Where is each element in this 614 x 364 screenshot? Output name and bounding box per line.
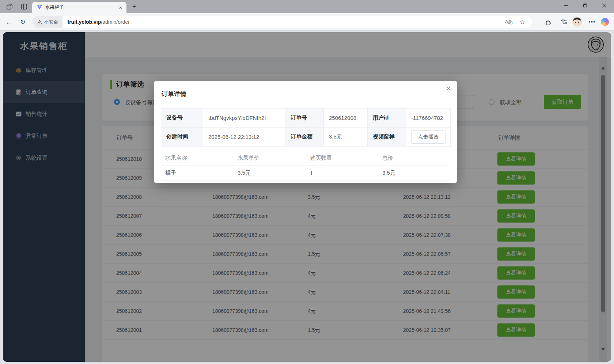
fruit-qty-cell: 1 [306, 170, 378, 176]
modal-title: 订单详情 [162, 90, 186, 98]
amount-label: 订单金额 [285, 128, 324, 147]
favorites-list-icon[interactable] [561, 17, 568, 27]
tab-title: 水果柜子 [45, 4, 119, 11]
orderno-value: 250612008 [324, 109, 368, 128]
translate-icon[interactable]: aあ [505, 19, 513, 25]
security-chip[interactable]: 不安全 [32, 16, 62, 28]
userid-label: 用户id [368, 109, 406, 128]
favorite-star-icon[interactable]: ☆ [520, 18, 525, 26]
url-text: fruit.yelob.vip/admin/order [68, 19, 505, 25]
col-fruit-qty: 购买数量 [306, 155, 378, 162]
fruit-total-cell: 3.5元 [378, 170, 450, 177]
url-path: /admin/order [101, 19, 130, 25]
col-fruit-total: 总价 [378, 155, 450, 162]
workspaces-icon[interactable] [6, 3, 13, 10]
fruit-name-cell: 橘子 [161, 170, 233, 177]
new-tab-button[interactable]: + [129, 2, 139, 12]
page-viewport: 水果销售柜 库存管理 订单查询 销售统计 [0, 31, 614, 364]
modal-close-icon[interactable]: × [446, 84, 451, 93]
tab-close-icon[interactable]: × [119, 5, 122, 11]
created-value: 2025-06-12 22:13:12 [203, 128, 285, 147]
userid-value: -1176694782 [406, 109, 451, 128]
col-fruit-price: 水果单价 [233, 155, 306, 162]
profile-avatar[interactable] [572, 17, 582, 27]
video-label: 视频留样 [368, 128, 406, 147]
play-video-button[interactable]: 点击播放 [411, 130, 446, 144]
browser-window: 水果柜子 × + ← ↻ 不安全 fruit.yelob.vip/admin/o… [0, 0, 614, 364]
warning-icon [37, 20, 42, 24]
orderno-label: 订单号 [285, 109, 324, 128]
back-icon[interactable]: ← [4, 18, 13, 26]
created-label: 创建时间 [161, 128, 203, 147]
fruit-row: 橘子 3.5元 1 3.5元 [161, 166, 450, 181]
device-value: tbdTNgvkpsYlbDFNIh2f [203, 109, 285, 128]
col-fruit-name: 水果名称 [161, 155, 233, 162]
site-favicon-vite-icon [37, 4, 42, 11]
window-minimize-button[interactable] [560, 0, 572, 11]
fruit-table-header: 水果名称 水果单价 购买数量 总价 [161, 151, 450, 166]
browser-tab-strip: 水果柜子 × + [0, 0, 614, 13]
tab-actions-icon[interactable] [20, 3, 28, 10]
video-cell: 点击播放 [406, 128, 451, 147]
fruit-price-cell: 3.5元 [233, 170, 306, 177]
copilot-icon[interactable] [601, 17, 609, 27]
order-detail-modal: 订单详情 × 设备号 tbdTNgvkpsYlbDFNIh2f 订单号 2506… [154, 81, 457, 183]
device-label: 设备号 [161, 109, 203, 128]
amount-value: 3.5元 [324, 128, 368, 147]
order-info-table: 设备号 tbdTNgvkpsYlbDFNIh2f 订单号 250612008 用… [161, 108, 451, 147]
browser-tab-active[interactable]: 水果柜子 × [32, 2, 126, 13]
more-menu-icon[interactable]: ⋯ [588, 17, 595, 27]
toolbar-divider [549, 17, 557, 27]
address-bar[interactable]: 不安全 fruit.yelob.vip/admin/order aあ ☆ [32, 16, 532, 28]
url-host: fruit.yelob.vip [68, 19, 101, 25]
security-label: 不安全 [44, 19, 58, 25]
browser-toolbar: ← ↻ 不安全 fruit.yelob.vip/admin/order aあ ☆… [0, 13, 614, 31]
fruit-items-table: 水果名称 水果单价 购买数量 总价 橘子 3.5元 1 3.5元 [161, 151, 450, 181]
window-close-button[interactable] [598, 0, 610, 11]
refresh-icon[interactable]: ↻ [18, 18, 27, 26]
window-restore-button[interactable] [579, 0, 591, 11]
